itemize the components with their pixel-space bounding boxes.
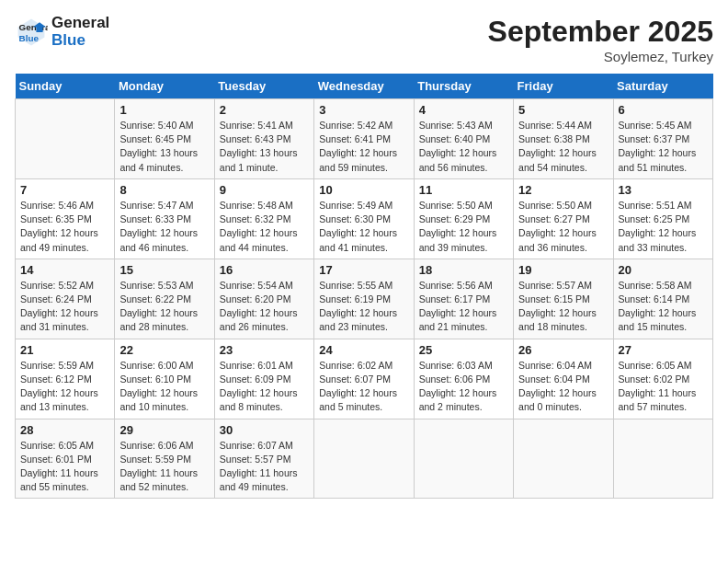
calendar-cell: 7Sunrise: 5:46 AMSunset: 6:35 PMDaylight… (16, 178, 115, 259)
day-info: Sunrise: 5:58 AMSunset: 6:14 PMDaylight:… (619, 279, 708, 335)
day-info: Sunrise: 5:54 AMSunset: 6:20 PMDaylight:… (220, 279, 309, 335)
calendar-cell: 18Sunrise: 5:56 AMSunset: 6:17 PMDayligh… (414, 259, 513, 339)
day-number: 21 (20, 343, 109, 357)
month-title: September 2025 (488, 15, 713, 49)
logo-icon: General Blue (15, 16, 48, 49)
week-row-1: 1Sunrise: 5:40 AMSunset: 6:45 PMDaylight… (16, 99, 713, 179)
week-row-3: 14Sunrise: 5:52 AMSunset: 6:24 PMDayligh… (16, 259, 713, 339)
day-info: Sunrise: 5:57 AMSunset: 6:15 PMDaylight:… (518, 279, 608, 335)
day-header-friday: Friday (514, 74, 613, 99)
day-info: Sunrise: 6:04 AMSunset: 6:04 PMDaylight:… (518, 359, 608, 415)
calendar-cell (414, 419, 513, 499)
day-header-saturday: Saturday (613, 74, 712, 99)
day-number: 10 (319, 183, 408, 197)
title-block: September 2025 Soylemez, Turkey (488, 15, 713, 64)
calendar-cell: 30Sunrise: 6:07 AMSunset: 5:57 PMDayligh… (214, 419, 313, 499)
calendar-cell: 27Sunrise: 6:05 AMSunset: 6:02 PMDayligh… (613, 339, 712, 419)
day-number: 19 (518, 263, 608, 277)
svg-text:Blue: Blue (19, 33, 40, 43)
logo-text-blue: Blue (51, 32, 109, 50)
day-number: 4 (419, 103, 508, 117)
day-number: 5 (518, 103, 608, 117)
calendar-cell: 4Sunrise: 5:43 AMSunset: 6:40 PMDaylight… (414, 99, 513, 179)
day-number: 27 (619, 343, 708, 357)
day-info: Sunrise: 5:41 AMSunset: 6:43 PMDaylight:… (220, 119, 309, 175)
day-info: Sunrise: 5:45 AMSunset: 6:37 PMDaylight:… (619, 119, 708, 175)
calendar-cell: 10Sunrise: 5:49 AMSunset: 6:30 PMDayligh… (314, 178, 414, 259)
week-row-4: 21Sunrise: 5:59 AMSunset: 6:12 PMDayligh… (16, 339, 713, 419)
day-number: 28 (20, 423, 109, 437)
day-number: 1 (119, 103, 209, 117)
calendar-cell: 19Sunrise: 5:57 AMSunset: 6:15 PMDayligh… (514, 259, 613, 339)
day-number: 8 (119, 183, 209, 197)
day-info: Sunrise: 5:40 AMSunset: 6:45 PMDaylight:… (119, 119, 209, 175)
day-info: Sunrise: 6:07 AMSunset: 5:57 PMDaylight:… (220, 439, 309, 495)
calendar-table: SundayMondayTuesdayWednesdayThursdayFrid… (15, 74, 713, 499)
day-number: 30 (220, 423, 309, 437)
calendar-cell: 20Sunrise: 5:58 AMSunset: 6:14 PMDayligh… (613, 259, 712, 339)
calendar-cell: 21Sunrise: 5:59 AMSunset: 6:12 PMDayligh… (16, 339, 115, 419)
day-number: 17 (319, 263, 408, 277)
day-info: Sunrise: 5:55 AMSunset: 6:19 PMDaylight:… (319, 279, 408, 335)
day-number: 16 (220, 263, 309, 277)
calendar-cell: 11Sunrise: 5:50 AMSunset: 6:29 PMDayligh… (414, 178, 513, 259)
day-number: 13 (619, 183, 708, 197)
calendar-cell: 25Sunrise: 6:03 AMSunset: 6:06 PMDayligh… (414, 339, 513, 419)
calendar-cell: 1Sunrise: 5:40 AMSunset: 6:45 PMDaylight… (115, 99, 214, 179)
week-row-5: 28Sunrise: 6:05 AMSunset: 6:01 PMDayligh… (16, 419, 713, 499)
day-header-wednesday: Wednesday (314, 74, 414, 99)
calendar-cell: 9Sunrise: 5:48 AMSunset: 6:32 PMDaylight… (214, 178, 313, 259)
day-info: Sunrise: 5:49 AMSunset: 6:30 PMDaylight:… (319, 199, 408, 255)
day-number: 2 (220, 103, 309, 117)
day-header-row: SundayMondayTuesdayWednesdayThursdayFrid… (16, 74, 713, 99)
day-info: Sunrise: 5:42 AMSunset: 6:41 PMDaylight:… (319, 119, 408, 175)
day-info: Sunrise: 5:51 AMSunset: 6:25 PMDaylight:… (619, 199, 708, 255)
calendar-cell (514, 419, 613, 499)
day-info: Sunrise: 6:02 AMSunset: 6:07 PMDaylight:… (319, 359, 408, 415)
logo: General Blue General Blue (15, 15, 109, 49)
day-number: 7 (20, 183, 109, 197)
day-info: Sunrise: 5:44 AMSunset: 6:38 PMDaylight:… (518, 119, 608, 175)
calendar-cell: 3Sunrise: 5:42 AMSunset: 6:41 PMDaylight… (314, 99, 414, 179)
day-number: 14 (20, 263, 109, 277)
day-number: 9 (220, 183, 309, 197)
day-number: 25 (419, 343, 508, 357)
day-number: 18 (419, 263, 508, 277)
calendar-cell: 28Sunrise: 6:05 AMSunset: 6:01 PMDayligh… (16, 419, 115, 499)
calendar-cell: 23Sunrise: 6:01 AMSunset: 6:09 PMDayligh… (214, 339, 313, 419)
day-number: 3 (319, 103, 408, 117)
page-header: General Blue General Blue September 2025… (15, 15, 713, 64)
week-row-2: 7Sunrise: 5:46 AMSunset: 6:35 PMDaylight… (16, 178, 713, 259)
calendar-cell: 26Sunrise: 6:04 AMSunset: 6:04 PMDayligh… (514, 339, 613, 419)
day-info: Sunrise: 6:05 AMSunset: 6:02 PMDaylight:… (619, 359, 708, 415)
day-header-thursday: Thursday (414, 74, 513, 99)
calendar-cell: 15Sunrise: 5:53 AMSunset: 6:22 PMDayligh… (115, 259, 214, 339)
calendar-cell (16, 99, 115, 179)
day-number: 26 (518, 343, 608, 357)
day-number: 15 (119, 263, 209, 277)
day-info: Sunrise: 6:03 AMSunset: 6:06 PMDaylight:… (419, 359, 508, 415)
calendar-cell (314, 419, 414, 499)
day-number: 6 (619, 103, 708, 117)
calendar-cell: 29Sunrise: 6:06 AMSunset: 5:59 PMDayligh… (115, 419, 214, 499)
day-number: 23 (220, 343, 309, 357)
calendar-cell: 8Sunrise: 5:47 AMSunset: 6:33 PMDaylight… (115, 178, 214, 259)
day-info: Sunrise: 5:50 AMSunset: 6:29 PMDaylight:… (419, 199, 508, 255)
day-info: Sunrise: 6:00 AMSunset: 6:10 PMDaylight:… (119, 359, 209, 415)
logo-text-general: General (51, 15, 109, 32)
day-number: 11 (419, 183, 508, 197)
day-info: Sunrise: 5:46 AMSunset: 6:35 PMDaylight:… (20, 199, 109, 255)
calendar-cell (613, 419, 712, 499)
calendar-cell: 24Sunrise: 6:02 AMSunset: 6:07 PMDayligh… (314, 339, 414, 419)
day-header-monday: Monday (115, 74, 214, 99)
calendar-cell: 2Sunrise: 5:41 AMSunset: 6:43 PMDaylight… (214, 99, 313, 179)
day-header-sunday: Sunday (16, 74, 115, 99)
calendar-cell: 22Sunrise: 6:00 AMSunset: 6:10 PMDayligh… (115, 339, 214, 419)
day-info: Sunrise: 5:50 AMSunset: 6:27 PMDaylight:… (518, 199, 608, 255)
day-info: Sunrise: 6:01 AMSunset: 6:09 PMDaylight:… (220, 359, 309, 415)
day-info: Sunrise: 5:59 AMSunset: 6:12 PMDaylight:… (20, 359, 109, 415)
day-number: 20 (619, 263, 708, 277)
location: Soylemez, Turkey (488, 49, 713, 64)
day-number: 12 (518, 183, 608, 197)
day-number: 22 (119, 343, 209, 357)
